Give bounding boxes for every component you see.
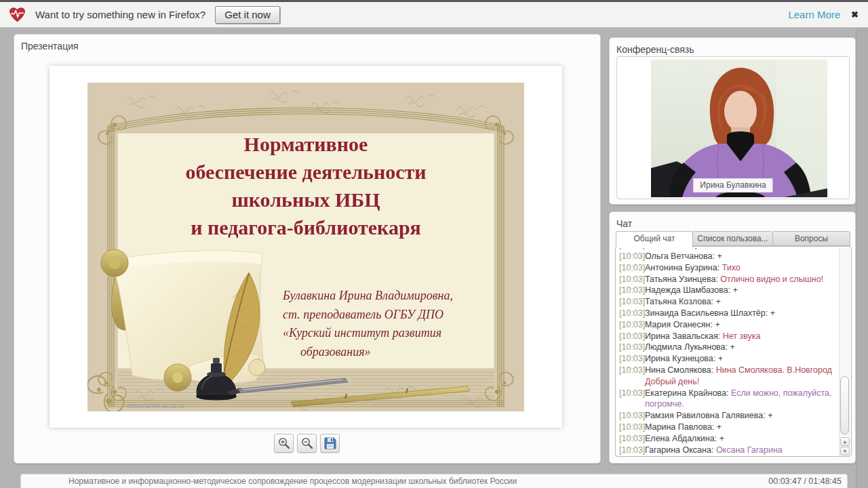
chat-message-text: + [719, 434, 724, 443]
chat-scrollbar-thumb[interactable] [840, 376, 849, 434]
chat-message-author: Ирина Завальская: [645, 331, 720, 341]
chat-message-time: [10:03] [619, 251, 645, 262]
scroll-down-button[interactable]: ▼ [840, 447, 850, 455]
chat-message-time: [10:03] [619, 308, 645, 319]
chat-message-time: [10:03] [619, 296, 645, 308]
speaker-video-frame [651, 60, 827, 197]
chat-message-time: [10:03] [619, 365, 645, 376]
chat-message: [10:03] Мария Оганесян: + [618, 319, 838, 331]
window-top-edge [0, 0, 868, 2]
webinar-title-text: Нормативное и информационно-методическое… [68, 476, 517, 486]
learn-more-link[interactable]: Learn More [788, 9, 840, 20]
chat-message-author: Антонина Бузрина: [645, 263, 719, 272]
notification-bar: Want to try something new in Firefox? Ge… [0, 0, 868, 28]
chat-message-author: Людмила Лукьянова: [645, 342, 728, 352]
save-button[interactable] [320, 434, 340, 453]
chat-message: [10:03] Марина Павлова: + [618, 422, 838, 433]
scroll-up-button[interactable]: ▲ [840, 437, 850, 446]
chat-message-author: Ольга Ветчанова: [645, 251, 715, 261]
chat-message-time: [10:03] [619, 342, 645, 353]
video-feed[interactable]: Ирина Булавкина [616, 56, 850, 199]
chat-scrollbar[interactable]: ▲ ▼ [839, 247, 850, 455]
chat-message-list[interactable]: [10:03] Наталья Старовойтова: + [10:03] … [618, 248, 838, 455]
chat-message-text: + [770, 308, 775, 318]
chat-panel: Чат Общий чат Список пользова... Вопросы… [609, 211, 856, 464]
chat-message-author: Рамзия Равиловна Галявиева: [645, 411, 766, 420]
chat-message-author: Мария Оганесян: [645, 320, 713, 329]
chat-message-time: [10:03] [619, 388, 645, 399]
chat-message-text: + [715, 320, 719, 329]
chat-message-author: Ирина Кузнецова: [645, 354, 715, 363]
chat-message: [10:03] Нина Смолякова: Нина Смолякова. … [618, 365, 838, 388]
chat-message-text: + [733, 285, 738, 295]
speaker-name-label: Ирина Булавкина [693, 178, 772, 192]
notification-message: Want to try something new in Firefox? [35, 9, 205, 20]
tab-questions[interactable]: Вопросы [772, 231, 850, 246]
presentation-page: Нормативное обеспечение деятельности шко… [50, 66, 562, 428]
chat-message-text: + [717, 251, 722, 261]
slide-watermark: elenaranko.ucoz.ru [127, 402, 184, 409]
chat-message-time: [10:03] [619, 319, 645, 331]
chat-tabs: Общий чат Список пользова... Вопросы [616, 231, 850, 247]
slide-author-line: «Курский институт развития [283, 324, 507, 343]
floppy-disk-icon [323, 436, 337, 450]
chat-message-text: Отлично видно и слышно! [720, 274, 823, 284]
chat-message-author: Надежда Шамбазова: [645, 285, 730, 295]
presentation-slide: Нормативное обеспечение деятельности шко… [87, 83, 524, 411]
zoom-out-button[interactable] [297, 434, 317, 453]
slide-title-line: и педагога-библиотекаря [117, 214, 494, 241]
chat-message: [10:03] Ольга Ветчанова: + [618, 251, 838, 262]
chat-message-author: Гагарина Оксана: [645, 445, 713, 455]
chat-message-time: [10:03] [619, 285, 645, 296]
magnifier-minus-icon [300, 436, 314, 450]
chat-message-time: [10:03] [619, 331, 645, 342]
magnifier-plus-icon [277, 436, 291, 450]
chat-message-box: [10:03] Наталья Старовойтова: + [10:03] … [615, 246, 852, 457]
chat-message: [10:03] Зинаида Васильевна Шлахтёр: + [618, 308, 838, 319]
conference-panel: Конференц-связь [609, 37, 856, 205]
chat-message-time: [10:03] [619, 353, 645, 365]
chat-message-text: + [716, 297, 721, 306]
chat-message-author: Екатерина Крайнова: [645, 388, 729, 398]
close-notification-icon[interactable]: ✖ [851, 10, 859, 19]
chat-message: [10:03] Гагарина Оксана: Оксана Гагарина [618, 445, 838, 455]
chat-message-author: Марина Павлова: [645, 422, 714, 432]
chat-message-time: [10:03] [619, 445, 645, 455]
chat-message-author: Татьяна Козлова: [645, 297, 713, 306]
chat-message: [10:03] Татьяна Узинцева: Отлично видно … [618, 274, 838, 285]
get-it-now-button[interactable]: Get it now [215, 6, 280, 24]
chat-message-time: [10:03] [619, 433, 645, 445]
chat-message: [10:03] Екатерина Крайнова: Если можно, … [618, 388, 838, 411]
zoom-in-button[interactable] [274, 434, 294, 453]
chat-message: [10:03] Людмила Лукьянова: + [618, 342, 838, 353]
chat-message-author: Наталья Старовойтова: [645, 248, 738, 249]
presentation-panel-title: Презентация [21, 41, 79, 52]
chat-message-author: Татьяна Узинцева: [645, 274, 718, 284]
chat-message-text: + [741, 248, 745, 249]
window-scrollbar[interactable] [856, 28, 868, 488]
chat-message: [10:03] Антонина Бузрина: Тихо [618, 262, 838, 274]
chat-message-text: + [768, 411, 772, 420]
slide-title: Нормативное обеспечение деятельности шко… [117, 130, 494, 241]
conference-panel-title: Конференц-связь [616, 44, 694, 55]
slide-title-line: обеспечение деятельности [117, 158, 494, 186]
slide-title-line: школьных ИБЦ [117, 186, 494, 214]
chat-message-text: Тихо [722, 263, 741, 272]
chat-message: [10:03] Рамзия Равиловна Галявиева: + [618, 410, 838, 422]
slide-author-line: образования» [283, 343, 507, 362]
heart-pulse-icon [8, 6, 26, 23]
chat-message-author: Нина Смолякова: [645, 365, 713, 375]
chat-message: [10:03] Ирина Завальская: Нет звука [618, 331, 838, 342]
chat-message-text: + [730, 342, 735, 352]
chat-message-text: + [718, 354, 723, 363]
chat-message: [10:03] Надежда Шамбазова: + [618, 285, 838, 296]
chat-message-text: Нет звука [723, 331, 761, 341]
chat-message: [10:03] Елена Абдалкина: + [618, 433, 838, 445]
presentation-panel: Презентация [14, 34, 601, 464]
slide-title-line: Нормативное [117, 130, 494, 158]
slide-toolbar [274, 434, 340, 453]
tab-general-chat[interactable]: Общий чат [616, 231, 693, 247]
webinar-window: Want to try something new in Firefox? Ge… [0, 0, 868, 488]
tab-user-list[interactable]: Список пользова... [692, 231, 773, 246]
chat-message-text: Оксана Гагарина [716, 445, 783, 455]
